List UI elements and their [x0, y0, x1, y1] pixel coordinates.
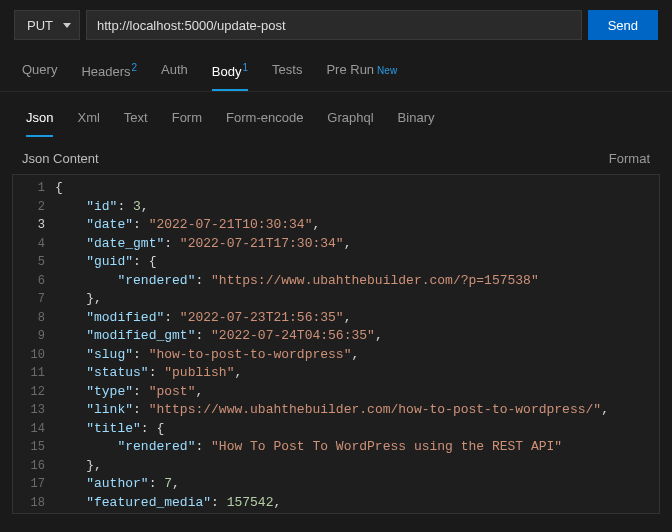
line-number: 14: [13, 420, 45, 439]
line-number: 12: [13, 383, 45, 402]
line-gutter: 123456789101112131415161718: [13, 175, 55, 513]
code-line[interactable]: "modified_gmt": "2022-07-24T04:56:35",: [55, 327, 659, 346]
line-number: 3: [13, 216, 45, 235]
code-line[interactable]: "rendered": "How To Post To WordPress us…: [55, 438, 659, 457]
line-number: 11: [13, 364, 45, 383]
line-number: 18: [13, 494, 45, 513]
code-line[interactable]: },: [55, 457, 659, 476]
code-line[interactable]: "status": "publish",: [55, 364, 659, 383]
line-number: 16: [13, 457, 45, 476]
line-number: 4: [13, 235, 45, 254]
body-sub-tabs: Json Xml Text Form Form-encode Graphql B…: [0, 92, 672, 137]
tab-query[interactable]: Query: [22, 62, 57, 91]
tab-headers[interactable]: Headers2: [81, 62, 137, 91]
content-label: Json Content: [22, 151, 99, 166]
code-line[interactable]: "modified": "2022-07-23T21:56:35",: [55, 309, 659, 328]
code-line[interactable]: "featured_media": 157542,: [55, 494, 659, 513]
tab-headers-label: Headers: [81, 64, 130, 79]
code-line[interactable]: {: [55, 179, 659, 198]
line-number: 10: [13, 346, 45, 365]
code-line[interactable]: "date": "2022-07-21T10:30:34",: [55, 216, 659, 235]
main-tabs: Query Headers2 Auth Body1 Tests Pre RunN…: [0, 46, 672, 92]
method-select[interactable]: PUT: [14, 10, 80, 40]
subtab-json[interactable]: Json: [26, 110, 53, 137]
send-button[interactable]: Send: [588, 10, 658, 40]
code-line[interactable]: },: [55, 290, 659, 309]
subtab-formencode[interactable]: Form-encode: [226, 110, 303, 137]
line-number: 15: [13, 438, 45, 457]
code-line[interactable]: "rendered": "https://www.ubahthebuilder.…: [55, 272, 659, 291]
subtab-text[interactable]: Text: [124, 110, 148, 137]
code-line[interactable]: "author": 7,: [55, 475, 659, 494]
tab-body[interactable]: Body1: [212, 62, 248, 91]
code-content[interactable]: { "id": 3, "date": "2022-07-21T10:30:34"…: [55, 175, 659, 513]
subtab-binary[interactable]: Binary: [398, 110, 435, 137]
subtab-form[interactable]: Form: [172, 110, 202, 137]
line-number: 9: [13, 327, 45, 346]
code-line[interactable]: "title": {: [55, 420, 659, 439]
line-number: 17: [13, 475, 45, 494]
line-number: 7: [13, 290, 45, 309]
headers-count-badge: 2: [132, 62, 138, 73]
tab-auth[interactable]: Auth: [161, 62, 188, 91]
code-line[interactable]: "type": "post",: [55, 383, 659, 402]
format-button[interactable]: Format: [609, 151, 650, 166]
code-line[interactable]: "slug": "how-to-post-to-wordpress",: [55, 346, 659, 365]
code-editor[interactable]: 123456789101112131415161718 { "id": 3, "…: [12, 174, 660, 514]
line-number: 2: [13, 198, 45, 217]
code-line[interactable]: "guid": {: [55, 253, 659, 272]
new-badge: New: [377, 65, 397, 76]
method-value: PUT: [27, 18, 53, 33]
tab-prerun[interactable]: Pre RunNew: [326, 62, 397, 91]
url-input[interactable]: [86, 10, 582, 40]
tab-body-label: Body: [212, 64, 242, 79]
code-line[interactable]: "date_gmt": "2022-07-21T17:30:34",: [55, 235, 659, 254]
code-line[interactable]: "link": "https://www.ubahthebuilder.com/…: [55, 401, 659, 420]
subtab-graphql[interactable]: Graphql: [327, 110, 373, 137]
tab-prerun-label: Pre Run: [326, 62, 374, 77]
line-number: 13: [13, 401, 45, 420]
tab-tests[interactable]: Tests: [272, 62, 302, 91]
chevron-down-icon: [63, 23, 71, 28]
subtab-xml[interactable]: Xml: [77, 110, 99, 137]
line-number: 6: [13, 272, 45, 291]
code-line[interactable]: "id": 3,: [55, 198, 659, 217]
line-number: 1: [13, 179, 45, 198]
line-number: 8: [13, 309, 45, 328]
line-number: 5: [13, 253, 45, 272]
body-count-badge: 1: [243, 62, 249, 73]
